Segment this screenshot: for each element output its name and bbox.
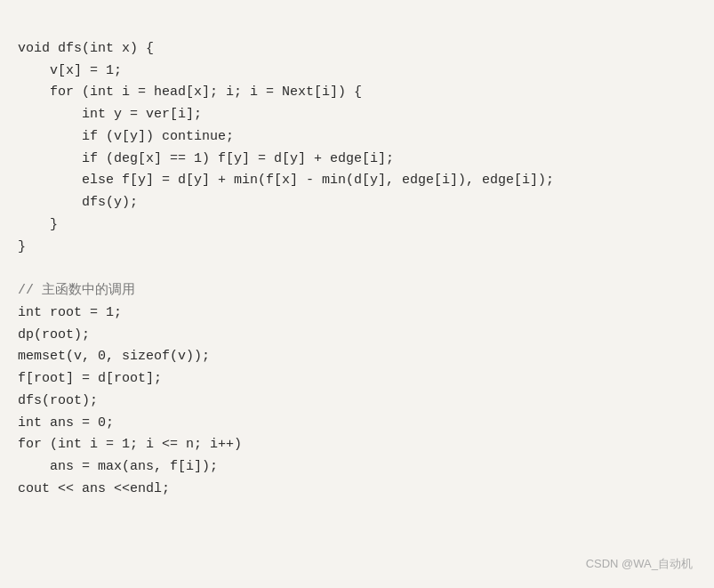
code-line [18, 258, 696, 280]
code-line: dfs(root); [18, 391, 696, 413]
code-line: f[root] = d[root]; [18, 368, 696, 391]
code-line: v[x] = 1; [18, 60, 696, 83]
code-line: int ans = 0; [18, 413, 696, 435]
code-line: if (deg[x] == 1) f[y] = d[y] + edge[i]; [18, 149, 696, 171]
code-line: dp(root); [18, 325, 696, 347]
code-line: int y = ver[i]; [18, 104, 696, 126]
code-line: memset(v, 0, sizeof(v)); [18, 346, 696, 368]
code-line: cout << ans <<endl; [18, 479, 696, 501]
code-line: else f[y] = d[y] + min(f[x] - min(d[y], … [18, 170, 696, 192]
code-line: if (v[y]) continue; [18, 126, 696, 149]
code-line: } [18, 237, 696, 259]
code-line: int root = 1; [18, 302, 696, 325]
code-line: dfs(y); [18, 192, 696, 214]
code-line: for (int i = 1; i <= n; i++) [18, 434, 696, 456]
code-line: } [18, 214, 696, 237]
code-line: ans = max(ans, f[i]); [18, 456, 696, 479]
code-block: void dfs(int x) { v[x] = 1; for (int i =… [0, 0, 714, 517]
code-line: void dfs(int x) { [18, 38, 696, 60]
code-line: for (int i = head[x]; i; i = Next[i]) { [18, 82, 696, 104]
code-line: // 主函数中的调用 [18, 280, 696, 302]
watermark: CSDN @WA_自动机 [586, 556, 693, 572]
